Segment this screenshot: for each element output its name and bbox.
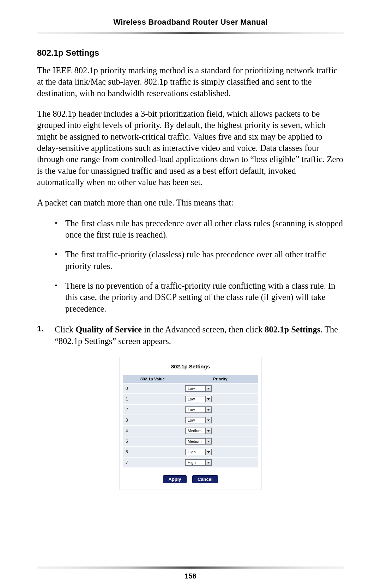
priority-select[interactable]: Low xyxy=(185,406,212,413)
select-value: Medium xyxy=(186,439,205,444)
chevron-down-icon xyxy=(205,417,211,423)
priority-select[interactable]: Low xyxy=(185,396,212,402)
chevron-down-icon xyxy=(205,439,211,444)
table-row: 5 Medium xyxy=(123,436,258,446)
cell-priority: High xyxy=(182,458,258,467)
col-header-value: 802.1p Value xyxy=(123,375,182,383)
running-header: Wireless Broadband Router User Manual xyxy=(37,18,344,27)
cell-priority: High xyxy=(182,447,258,457)
priority-select[interactable]: Low xyxy=(185,417,212,423)
cell-priority: Low xyxy=(182,415,258,425)
step-number: 1. xyxy=(37,324,43,334)
chevron-down-icon xyxy=(205,428,211,434)
chevron-down-icon xyxy=(205,460,211,465)
select-value: High xyxy=(186,460,205,465)
settings-table: 802.1p Value Priority 0 Low xyxy=(123,374,258,468)
ui-reference-qos: Quality of Service xyxy=(75,325,142,334)
table-row: 4 Medium xyxy=(123,426,258,436)
section-heading: 802.1p Settings xyxy=(37,48,344,58)
table-row: 7 High xyxy=(123,458,258,467)
step-list: 1. Click Quality of Service in the Advan… xyxy=(37,324,344,347)
table-row: 2 Low xyxy=(123,405,258,415)
chevron-down-icon xyxy=(205,396,211,402)
page-number: 158 xyxy=(0,572,381,580)
settings-panel-wrapper: 802.1p Settings 802.1p Value Priority 0 … xyxy=(37,357,344,490)
table-row: 6 High xyxy=(123,447,258,457)
cell-value: 4 xyxy=(123,426,182,436)
table-header-row: 802.1p Value Priority xyxy=(123,375,258,383)
cancel-button[interactable]: Cancel xyxy=(192,475,218,483)
paragraph-intro: The IEEE 802.1p priority marking method … xyxy=(37,65,344,99)
cell-priority: Low xyxy=(182,405,258,415)
cell-value: 5 xyxy=(123,436,182,446)
acronym-ieee: IEEE xyxy=(53,66,72,75)
bullet-item: The first class rule has precedence over… xyxy=(65,218,344,241)
document-page: Wireless Broadband Router User Manual 80… xyxy=(0,0,381,588)
text: Click xyxy=(55,325,75,334)
select-value: Low xyxy=(186,386,205,391)
button-row: Apply Cancel xyxy=(123,475,258,483)
ui-reference-settings: 802.1p Settings xyxy=(265,325,320,334)
footer-divider xyxy=(37,566,344,569)
chevron-down-icon xyxy=(205,386,211,391)
step-item: 1. Click Quality of Service in the Advan… xyxy=(37,324,344,347)
select-value: Low xyxy=(186,396,205,402)
paragraph-rules-intro: A packet can match more than one rule. T… xyxy=(37,197,344,208)
text: in the Advanced screen, then click xyxy=(142,325,265,334)
apply-button[interactable]: Apply xyxy=(163,475,186,483)
cell-value: 3 xyxy=(123,415,182,425)
priority-select[interactable]: High xyxy=(185,449,212,455)
cell-value: 6 xyxy=(123,447,182,457)
cell-value: 1 xyxy=(123,394,182,404)
acronym-dscp: DSCP xyxy=(155,292,177,302)
table-row: 1 Low xyxy=(123,394,258,404)
cell-priority: Medium xyxy=(182,436,258,446)
cell-priority: Low xyxy=(182,394,258,404)
rules-bullet-list: The first class rule has precedence over… xyxy=(37,218,344,314)
cell-value: 0 xyxy=(123,384,182,393)
cell-priority: Medium xyxy=(182,426,258,436)
text: 802.1p priority marking method is a stan… xyxy=(37,66,337,98)
select-value: Low xyxy=(186,417,205,423)
select-value: Medium xyxy=(186,428,205,434)
settings-panel: 802.1p Settings 802.1p Value Priority 0 … xyxy=(120,357,261,490)
cell-priority: Low xyxy=(182,384,258,393)
bullet-item: There is no prevention of a traffic-prio… xyxy=(65,280,344,314)
cell-value: 2 xyxy=(123,405,182,415)
priority-select[interactable]: High xyxy=(185,459,212,466)
cell-value: 7 xyxy=(123,458,182,467)
paragraph-header-desc: The 802.1p header includes a 3-bit prior… xyxy=(37,108,344,188)
text: The xyxy=(37,66,53,75)
chevron-down-icon xyxy=(205,407,211,412)
priority-select[interactable]: Medium xyxy=(185,438,212,445)
chevron-down-icon xyxy=(205,449,211,455)
table-row: 3 Low xyxy=(123,415,258,425)
col-header-priority: Priority xyxy=(182,375,258,383)
table-row: 0 Low xyxy=(123,384,258,393)
select-value: Low xyxy=(186,407,205,412)
priority-select[interactable]: Medium xyxy=(185,428,212,434)
priority-select[interactable]: Low xyxy=(185,385,212,392)
panel-title: 802.1p Settings xyxy=(123,363,258,369)
header-divider xyxy=(37,32,344,34)
bullet-item: The first traffic-priority (classless) r… xyxy=(65,249,344,272)
select-value: High xyxy=(186,449,205,455)
